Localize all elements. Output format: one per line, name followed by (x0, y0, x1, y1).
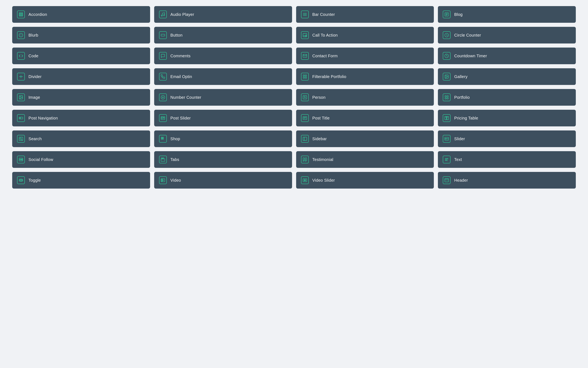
svg-rect-52 (445, 116, 446, 120)
contact-form-icon (301, 52, 309, 60)
widget-btn-post-slider[interactable]: Post Slider (154, 110, 292, 126)
svg-rect-25 (305, 75, 306, 76)
widget-label-gallery: Gallery (454, 74, 467, 79)
svg-rect-63 (303, 137, 306, 141)
widget-btn-video-slider[interactable]: Video Slider (296, 172, 434, 189)
widget-btn-button[interactable]: Button (154, 27, 292, 44)
widget-label-post-navigation: Post Navigation (28, 116, 58, 120)
widget-label-header: Header (454, 178, 468, 183)
code-icon (17, 52, 25, 60)
widget-btn-countdown-timer[interactable]: Countdown Timer (438, 47, 576, 64)
widget-label-shop: Shop (171, 137, 180, 141)
svg-point-3 (161, 15, 162, 16)
search-icon (17, 135, 25, 143)
widget-btn-email-optin[interactable]: Email Optin (154, 68, 292, 85)
svg-rect-56 (19, 137, 23, 141)
widget-label-search: Search (28, 137, 42, 141)
widget-btn-blog[interactable]: Blog (438, 6, 576, 23)
sidebar-icon (301, 135, 309, 143)
widget-btn-code[interactable]: Code (12, 47, 150, 64)
widget-btn-blurb[interactable]: Blurb (12, 27, 150, 44)
widget-btn-tabs[interactable]: Tabs (154, 151, 292, 168)
blog-icon (443, 10, 451, 18)
widget-label-code: Code (28, 54, 38, 58)
svg-point-29 (446, 76, 446, 76)
widget-btn-call-to-action[interactable]: Call To Action (296, 27, 434, 44)
text-icon (443, 156, 451, 163)
widget-label-button: Button (171, 33, 183, 37)
widget-label-image: Image (28, 95, 40, 100)
svg-rect-53 (447, 116, 448, 120)
widget-btn-person[interactable]: Person (296, 89, 434, 106)
widget-btn-testimonial[interactable]: Testimonial (296, 151, 434, 168)
widget-btn-sidebar[interactable]: Sidebar (296, 130, 434, 147)
bar-counter-icon (301, 10, 309, 18)
widget-label-post-slider: Post Slider (171, 116, 191, 120)
widget-btn-bar-counter[interactable]: Bar Counter (296, 6, 434, 23)
portfolio-icon (443, 93, 451, 101)
widget-btn-post-navigation[interactable]: Post Navigation (12, 110, 150, 126)
video-icon (159, 176, 167, 184)
widget-btn-comments[interactable]: Comments (154, 47, 292, 64)
blurb-icon (17, 31, 25, 39)
widget-btn-pricing-table[interactable]: Pricing Table (438, 110, 576, 126)
widget-label-tabs: Tabs (171, 157, 179, 162)
comments-icon (159, 52, 167, 60)
widget-btn-number-counter[interactable]: Number Counter (154, 89, 292, 106)
email-optin-icon (159, 73, 167, 81)
widget-btn-circle-counter[interactable]: Circle Counter (438, 27, 576, 44)
widget-btn-social-follow[interactable]: Social Follow (12, 151, 150, 168)
svg-rect-26 (303, 77, 304, 78)
svg-rect-81 (19, 179, 23, 182)
widget-label-bar-counter: Bar Counter (313, 12, 335, 17)
widget-label-blog: Blog (454, 12, 463, 17)
widget-label-video: Video (171, 178, 181, 183)
svg-marker-85 (162, 180, 164, 181)
svg-rect-59 (161, 137, 162, 138)
svg-point-31 (20, 96, 20, 97)
widget-btn-post-title[interactable]: Post Title (296, 110, 434, 126)
widget-btn-text[interactable]: Text (438, 151, 576, 168)
widget-btn-header[interactable]: Header (438, 172, 576, 189)
widget-btn-shop[interactable]: Shop (154, 130, 292, 147)
gallery-icon (443, 73, 451, 81)
svg-point-70 (20, 159, 21, 160)
widget-btn-toggle[interactable]: Toggle (12, 172, 150, 189)
svg-rect-27 (305, 77, 306, 78)
widget-label-accordion: Accordion (28, 12, 47, 17)
svg-rect-44 (20, 118, 21, 119)
svg-point-89 (304, 179, 305, 181)
widget-label-slider: Slider (454, 137, 465, 141)
widget-label-number-counter: Number Counter (171, 95, 201, 100)
widget-btn-image[interactable]: Image (12, 89, 150, 106)
widget-label-countdown-timer: Countdown Timer (454, 54, 487, 58)
call-to-action-icon (301, 31, 309, 39)
divider-icon (17, 73, 25, 81)
svg-rect-60 (162, 137, 163, 138)
svg-rect-35 (303, 96, 306, 99)
widget-btn-divider[interactable]: Divider (12, 68, 150, 85)
pricing-table-icon (443, 114, 451, 122)
widget-label-blurb: Blurb (28, 33, 38, 37)
widget-btn-search[interactable]: Search (12, 130, 150, 147)
toggle-icon (17, 176, 25, 184)
svg-rect-75 (161, 158, 162, 159)
widget-btn-contact-form[interactable]: Contact Form (296, 47, 434, 64)
svg-rect-2 (19, 15, 23, 16)
svg-rect-76 (163, 158, 164, 159)
svg-point-4 (163, 15, 165, 16)
widget-btn-portfolio[interactable]: Portfolio (438, 89, 576, 106)
widget-btn-slider[interactable]: Slider (438, 130, 576, 147)
audio-player-icon (159, 10, 167, 18)
widget-label-call-to-action: Call To Action (313, 33, 338, 37)
widget-btn-accordion[interactable]: Accordion (12, 6, 150, 23)
widget-btn-filterable-portfolio[interactable]: Filterable Portfolio (296, 68, 434, 85)
widget-label-sidebar: Sidebar (313, 137, 327, 141)
video-slider-icon (301, 176, 309, 184)
widget-btn-audio-player[interactable]: Audio Player (154, 6, 292, 23)
widget-btn-video[interactable]: Video (154, 172, 292, 189)
widget-label-video-slider: Video Slider (313, 178, 335, 183)
svg-point-57 (20, 138, 21, 139)
widget-label-toggle: Toggle (28, 178, 41, 183)
widget-btn-gallery[interactable]: Gallery (438, 68, 576, 85)
